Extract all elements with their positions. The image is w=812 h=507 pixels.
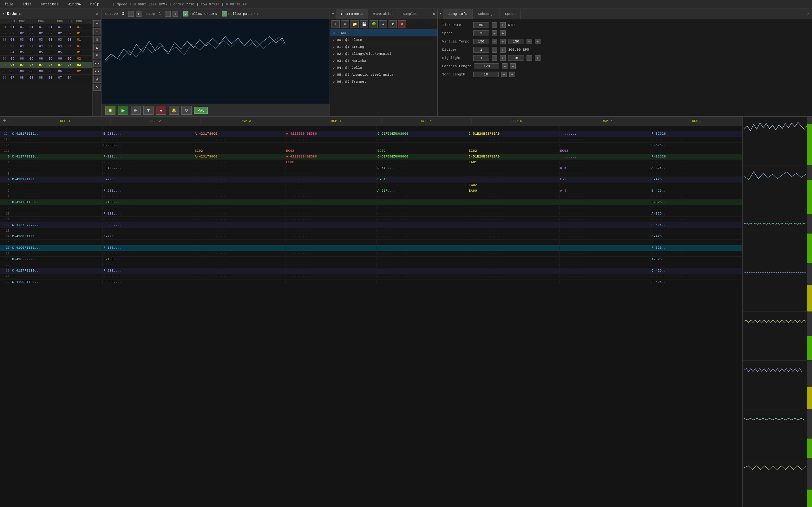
table-row[interactable]: 0C-4127F1100...F-10E......A-4231780C0A-4… — [0, 154, 742, 160]
inst-delete-btn[interactable]: ✕ — [398, 20, 406, 28]
table-row[interactable]: 124C-41B171101...E-20E......A-4231780C0A… — [0, 131, 742, 137]
orders-cell[interactable]: 06 — [65, 70, 74, 73]
tracker-cell[interactable]: E-425... — [651, 189, 742, 193]
divider-dec-btn[interactable]: − — [492, 47, 497, 53]
dsp-col-5[interactable]: DSP 5 — [382, 118, 472, 124]
tracker-cell[interactable]: · · · · · · · · — [560, 275, 651, 278]
menu-window[interactable]: window — [66, 2, 83, 7]
orders-cell[interactable]: 06 — [55, 57, 65, 60]
tracker-cell[interactable]: F-20E...... — [103, 235, 194, 238]
bell-btn[interactable]: 🔔 — [169, 106, 179, 115]
orders-cell[interactable]: 01 — [74, 38, 84, 42]
tracker-cell[interactable]: · · · · · · · · — [286, 178, 377, 181]
tracker-cell[interactable]: · · · · · · · · — [560, 258, 651, 261]
tracker-cell[interactable]: · · · · · · · · — [560, 138, 651, 141]
orders-cell[interactable]: 04 — [36, 44, 46, 48]
tab-speed[interactable]: Speed — [500, 9, 521, 19]
orders-close-btn[interactable]: ✕ — [96, 11, 99, 16]
tracker-cell[interactable]: · · · · · · · · — [377, 235, 468, 238]
orders-cell[interactable]: 07 — [55, 63, 65, 67]
vtempo-dec-btn[interactable]: − — [492, 39, 497, 44]
tracker-cell[interactable]: · · · · · · · · — [103, 275, 194, 278]
tracker-cell[interactable]: · · · · · · · · — [194, 212, 286, 216]
orders-cell[interactable]: 06 — [36, 57, 46, 60]
orders-cell[interactable]: 02 — [65, 32, 74, 35]
orders-cell[interactable]: 01 — [74, 32, 84, 35]
tracker-cell[interactable]: · · · · · · · · — [560, 229, 651, 233]
tracker-cell[interactable]: · · · · · · · · — [194, 240, 286, 244]
orders-cell[interactable]: 07 — [55, 76, 65, 79]
orders-cell[interactable]: 05 — [8, 57, 17, 60]
tracker-cell[interactable]: · · · · · · · · — [377, 161, 468, 164]
tab-subsongs[interactable]: Subsongs — [473, 9, 500, 19]
tracker-cell[interactable]: C-41A7F1100... — [11, 201, 103, 204]
tracker-cell[interactable]: · · · · · · · · — [194, 275, 286, 278]
tracker-cell[interactable]: · · · · · · · · — [194, 258, 286, 261]
tracker-cell[interactable]: · · · · · · · · — [468, 275, 560, 278]
menu-help[interactable]: help — [88, 2, 101, 7]
orders-add-btn[interactable]: + — [93, 20, 101, 27]
tracker-cell[interactable]: C-4127F1100... — [11, 269, 103, 273]
orders-cell[interactable]: 06 — [55, 70, 65, 73]
tracker-cell[interactable]: C-61F30E5808060 — [377, 155, 468, 158]
tracker-cell[interactable]: C-61F30E5808060 — [377, 132, 468, 135]
tracker-cell[interactable]: · · · · · · · · — [560, 280, 651, 284]
orders-cell[interactable]: 02 — [8, 32, 17, 35]
tracker-cell[interactable]: · · · · · · · · — [651, 126, 742, 130]
tracker-cell[interactable]: · · · · · · · · — [286, 138, 377, 141]
speed-value[interactable]: 3 — [473, 31, 489, 36]
tracker-cell[interactable]: · · · · · · · · — [194, 126, 286, 130]
tracker-cell[interactable]: · · · · · · · · — [11, 218, 103, 221]
table-row[interactable]: 10· · · · · · · ·F-10E......· · · · · · … — [0, 211, 742, 217]
table-row[interactable]: 13· · · · · · · ·· · · · · · · ·· · · · … — [0, 228, 742, 234]
tracker-cell[interactable]: F-20E...... — [103, 269, 194, 273]
tracker-cell[interactable]: · · · · · · · · — [560, 206, 651, 210]
tracker-cell[interactable]: · · · · · · · · — [377, 206, 468, 210]
orders-cell[interactable]: 03 — [46, 38, 55, 42]
tracker-cell[interactable]: · · · · · · · · — [194, 144, 286, 147]
speed-dec-btn[interactable]: − — [492, 31, 497, 36]
orders-cell[interactable]: 04 — [17, 44, 27, 48]
tracker-cell[interactable]: · · · · · · · · — [651, 263, 742, 267]
orders-cell[interactable]: 03 — [17, 38, 27, 42]
pattern-length-inc-btn[interactable]: + — [510, 63, 516, 69]
inst-save-btn[interactable]: 💾 — [360, 20, 368, 28]
tracker-cell[interactable]: · · · · · · · · — [560, 201, 651, 204]
tracker-cell[interactable]: · · · · · · · · — [651, 149, 742, 153]
tracker-cell[interactable]: · · · · · · · · — [377, 263, 468, 267]
table-row[interactable]: 127· · · · · · · ·· · · · · · · ·EC02EC0… — [0, 148, 742, 154]
tracker-cell[interactable]: · · · · · · · · — [194, 189, 286, 193]
orders-cell[interactable]: 06 — [46, 57, 55, 60]
orders-swap-btn[interactable]: ⇄ — [93, 76, 101, 83]
inst-down-btn[interactable]: ▼ — [389, 20, 397, 28]
orders-cell[interactable]: 02 — [46, 32, 55, 35]
follow-pattern-checkbox[interactable]: ✓ — [222, 11, 227, 16]
tracker-cell[interactable]: · · · · · · · · — [468, 195, 560, 199]
tracker-cell[interactable]: · · · · · · · · — [377, 201, 468, 204]
tick-rate-value[interactable]: 60 — [473, 22, 489, 28]
tracker-cell[interactable]: · · · · · · · · — [11, 166, 103, 170]
song-close-btn[interactable]: ✕ — [805, 9, 812, 19]
tracker-cell[interactable]: · · · · · · · · — [11, 183, 103, 187]
tracker-cell[interactable]: · · · · · · · · — [468, 269, 560, 273]
tracker-cell[interactable]: · · · · · · · · — [103, 229, 194, 233]
tracker-cell[interactable]: · · · · · · · · — [377, 172, 468, 176]
tracker-cell[interactable]: EC02 — [194, 149, 286, 153]
table-row[interactable]: 12C-4127F......F-20E......· · · · · · · … — [0, 222, 742, 228]
tracker-cell[interactable]: A-51F...... — [377, 189, 468, 193]
highlight-dec-btn[interactable]: − — [492, 55, 497, 61]
tracker-cell[interactable]: · · · · · · · · — [651, 138, 742, 141]
orders-row[interactable]: 050405050505050501 — [0, 49, 92, 56]
tracker-cell[interactable]: · · · · · · · · — [377, 252, 468, 256]
orders-cell[interactable]: 01 — [8, 25, 17, 29]
tracker-cell[interactable]: E-425... — [651, 280, 742, 284]
highlight-inc-btn[interactable]: + — [500, 55, 506, 61]
tracker-cell[interactable]: · · · · · · · · — [11, 275, 103, 278]
orders-cell[interactable]: 08 — [46, 70, 55, 73]
tracker-cell[interactable]: · · · · · · · · — [286, 206, 377, 210]
tracker-cell[interactable]: F-10E...... — [103, 212, 194, 216]
tracker-cell[interactable]: · · · · · · · · — [11, 195, 103, 199]
tracker-cell[interactable]: · · · · · · · · — [560, 144, 651, 147]
tracker-cell[interactable]: · · · · · · · · — [651, 183, 742, 187]
orders-cell[interactable]: 02 — [55, 32, 65, 35]
